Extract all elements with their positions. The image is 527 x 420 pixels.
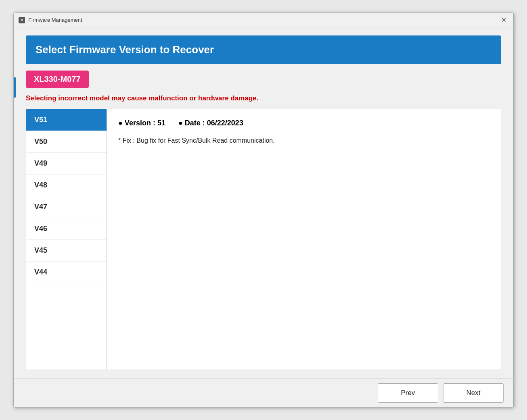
- version-date-label: ● Date : 06/22/2023: [178, 119, 243, 127]
- footer: Prev Next: [14, 378, 513, 407]
- close-button[interactable]: ✕: [499, 15, 508, 25]
- model-badge: XL330-M077: [26, 71, 89, 88]
- version-item-v45[interactable]: V45: [26, 240, 107, 262]
- firmware-management-window: ✕ Firmware Management ✕ Select Firmware …: [13, 12, 514, 408]
- left-accent: [14, 77, 16, 98]
- version-number-label: ● Version : 51: [118, 119, 165, 127]
- version-item-v48[interactable]: V48: [26, 175, 107, 196]
- window-title: Firmware Management: [28, 17, 82, 23]
- page-title: Select Firmware Version to Recover: [26, 35, 501, 64]
- version-item-v49[interactable]: V49: [26, 153, 107, 175]
- version-item-v50[interactable]: V50: [26, 131, 107, 153]
- version-selection-area: V51 V50 V49 V48 V47 V46 V45 V44 ● Versio…: [26, 109, 501, 370]
- window-icon: ✕: [19, 17, 25, 23]
- version-item-v51[interactable]: V51: [26, 109, 107, 131]
- version-list: V51 V50 V49 V48 V47 V46 V45 V44: [26, 109, 107, 370]
- version-item-v44[interactable]: V44: [26, 262, 107, 283]
- title-bar: ✕ Firmware Management ✕: [14, 13, 513, 27]
- content-area: Select Firmware Version to Recover XL330…: [14, 27, 513, 378]
- warning-message: Selecting incorrect model may cause malf…: [26, 94, 501, 102]
- version-info-line: ● Version : 51 ● Date : 06/22/2023: [118, 119, 489, 127]
- next-button[interactable]: Next: [443, 383, 504, 403]
- version-item-v46[interactable]: V46: [26, 218, 107, 240]
- version-description: * Fix : Bug fix for Fast Sync/Bulk Read …: [118, 135, 489, 146]
- version-item-v47[interactable]: V47: [26, 196, 107, 218]
- title-bar-left: ✕ Firmware Management: [19, 17, 82, 23]
- version-detail-panel: ● Version : 51 ● Date : 06/22/2023 * Fix…: [107, 109, 501, 370]
- prev-button[interactable]: Prev: [378, 383, 438, 403]
